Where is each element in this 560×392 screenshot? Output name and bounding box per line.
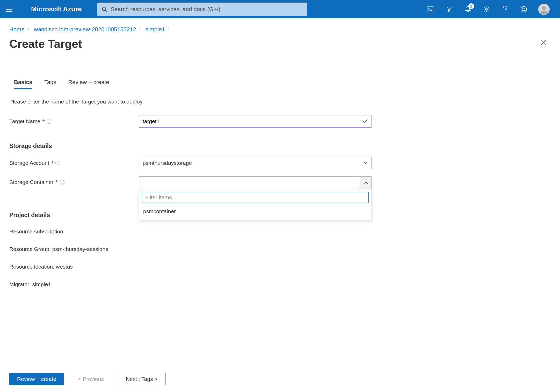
info-icon[interactable]: i [47,119,51,124]
directory-filter-icon[interactable] [445,6,453,13]
menu-toggle[interactable] [0,0,18,18]
svg-point-6 [522,8,523,9]
chevron-up-icon [363,181,368,184]
info-icon[interactable]: i [55,161,60,165]
user-icon [540,5,548,14]
intro-text: Please enter the name of the Target you … [9,99,379,115]
search-icon [102,7,107,12]
storage-container-label: Storage Container [9,179,53,185]
previous-button: < Previous [70,373,112,385]
close-button[interactable] [539,38,549,49]
global-search[interactable] [97,3,307,16]
chevron-right-icon: 〉 [139,27,143,32]
storage-section-heading: Storage details [9,135,379,157]
top-navigation-bar: Microsoft Azure 1 [0,0,560,18]
breadcrumb-item[interactable]: simple1 [146,26,165,33]
tab-basics[interactable]: Basics [14,79,32,89]
svg-line-1 [105,10,107,12]
dropdown-option[interactable]: psmcontainer [142,203,369,217]
user-avatar[interactable] [538,4,550,15]
resource-subscription-text: Resource subscription: [9,226,379,237]
help-icon[interactable] [501,6,509,13]
chevron-right-icon: 〉 [168,27,172,32]
cloud-shell-icon[interactable] [426,6,435,12]
required-marker: * [51,160,53,166]
dropdown-filter-input[interactable] [142,192,369,203]
chevron-down-icon [363,161,368,165]
resource-group-text: Resource Group: psm-thursday-sessions [9,237,379,255]
validation-check-icon [363,118,368,124]
storage-account-select[interactable]: psmthursdaystorage [139,157,372,169]
svg-point-4 [505,12,506,12]
tab-review[interactable]: Review + create [68,79,109,89]
target-name-label: Target Name [9,118,40,124]
svg-point-0 [102,7,106,10]
required-marker: * [42,118,45,124]
wizard-tabs: Basics Tags Review + create [0,50,560,89]
chevron-right-icon: 〉 [27,27,31,32]
breadcrumb-resource[interactable]: wandisco.ldm-preview-20201005155212 [34,26,136,33]
svg-point-8 [542,6,546,10]
storage-container-dropdown: psmcontainer [139,189,372,220]
info-icon[interactable]: i [60,180,64,184]
close-icon [540,39,547,46]
wizard-footer: Review + create < Previous Next : Tags > [0,366,560,392]
resource-location-text: Resource location: westus [9,255,379,272]
settings-icon[interactable] [482,6,491,13]
svg-point-5 [521,6,527,12]
storage-account-value: psmthursdaystorage [143,160,192,166]
next-button[interactable]: Next : Tags > [118,373,166,385]
target-name-input[interactable] [143,118,363,124]
migrator-text: Migrator: simple1 [9,272,379,290]
tab-tags[interactable]: Tags [44,79,56,89]
svg-rect-2 [427,7,434,12]
svg-point-7 [525,8,525,9]
search-input[interactable] [111,6,302,13]
notification-badge: 1 [468,3,474,9]
page-title: Create Target [9,38,82,50]
brand-label: Microsoft Azure [18,5,97,13]
storage-account-label: Storage Account [9,160,49,166]
svg-point-3 [485,8,488,10]
hamburger-icon [6,7,12,12]
breadcrumb-home[interactable]: Home [9,26,25,33]
feedback-icon[interactable] [520,6,528,13]
breadcrumb: Home 〉 wandisco.ldm-preview-202010051552… [0,18,560,35]
required-marker: * [55,179,57,185]
review-create-button[interactable]: Review + create [9,373,64,385]
storage-container-select[interactable] [139,176,372,189]
notifications-icon[interactable]: 1 [464,6,472,13]
